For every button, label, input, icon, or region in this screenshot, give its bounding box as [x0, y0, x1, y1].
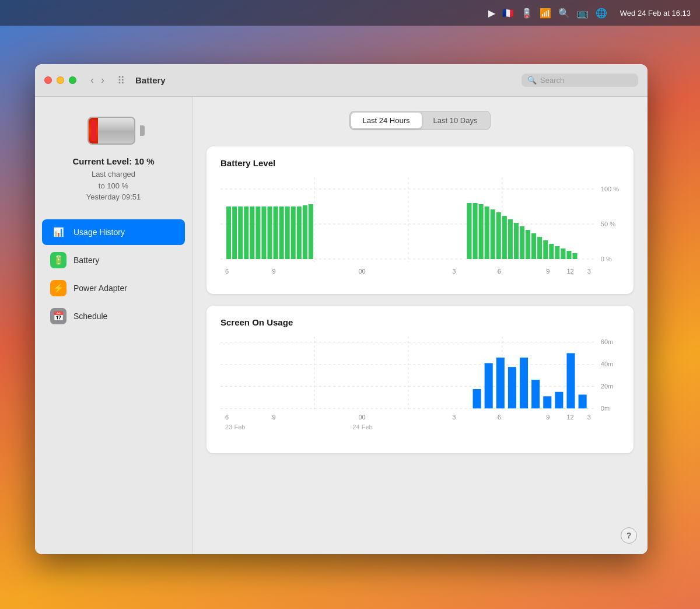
- tab-10d[interactable]: Last 10 Days: [422, 113, 489, 128]
- menubar: ▶ 🇫🇷 🪫 📶 🔍 📺 🌐 Wed 24 Feb at 16:13: [0, 0, 700, 26]
- svg-rect-41: [566, 251, 571, 259]
- svg-rect-68: [543, 396, 551, 408]
- display-icon[interactable]: 📺: [577, 8, 589, 19]
- maximize-button[interactable]: [69, 76, 76, 84]
- sidebar-item-battery[interactable]: 🔋 Battery: [42, 247, 185, 273]
- titlebar: ‹ › ⠿ Battery 🔍: [35, 64, 648, 97]
- svg-text:50 %: 50 %: [601, 220, 615, 228]
- svg-text:0 %: 0 %: [601, 256, 612, 262]
- search-icon: 🔍: [527, 76, 537, 85]
- battery-menu-icon[interactable]: 🪫: [521, 8, 533, 19]
- battery-chart-container: 100 % 50 % 0 %: [220, 177, 620, 282]
- svg-rect-71: [579, 394, 587, 408]
- svg-rect-42: [573, 253, 578, 259]
- search-menu-icon[interactable]: 🔍: [558, 8, 570, 19]
- svg-rect-18: [279, 206, 284, 259]
- search-bar[interactable]: 🔍: [522, 74, 638, 87]
- svg-rect-11: [238, 206, 243, 259]
- svg-rect-36: [537, 237, 542, 259]
- wifi-icon[interactable]: 📶: [540, 8, 551, 19]
- svg-rect-31: [508, 219, 513, 259]
- svg-text:9: 9: [272, 268, 276, 275]
- usage-history-icon: 📊: [50, 224, 66, 240]
- battery-chart-svg: 100 % 50 % 0 %: [220, 177, 620, 282]
- svg-rect-34: [526, 230, 530, 259]
- nav-buttons: ‹ ›: [88, 73, 107, 88]
- last-charged-label: Last charged to 100 % Yesterday 09:51: [72, 169, 154, 203]
- svg-text:23 Feb: 23 Feb: [225, 424, 245, 430]
- battery-tip: [140, 125, 145, 136]
- svg-text:6: 6: [225, 414, 229, 421]
- svg-text:9: 9: [546, 268, 550, 275]
- window-title: Battery: [135, 75, 514, 85]
- svg-text:12: 12: [566, 268, 573, 275]
- svg-rect-37: [543, 240, 548, 259]
- svg-rect-15: [261, 206, 266, 259]
- svg-rect-39: [555, 246, 559, 259]
- svg-rect-64: [496, 358, 505, 408]
- sidebar-item-power-adapter[interactable]: ⚡ Power Adapter: [42, 275, 185, 301]
- svg-text:3: 3: [452, 268, 456, 275]
- svg-rect-40: [561, 249, 565, 259]
- svg-rect-33: [520, 226, 524, 259]
- battery-icon-container: [88, 117, 140, 145]
- battery-fill: [91, 120, 96, 141]
- svg-text:3: 3: [587, 414, 591, 421]
- svg-text:20m: 20m: [601, 383, 614, 390]
- svg-rect-65: [508, 367, 516, 408]
- svg-rect-24: [467, 203, 471, 259]
- svg-rect-12: [244, 206, 249, 259]
- sidebar-item-usage-history[interactable]: 📊 Usage History: [42, 219, 185, 245]
- svg-rect-70: [566, 353, 575, 408]
- power-adapter-label: Power Adapter: [74, 284, 127, 293]
- back-button[interactable]: ‹: [88, 73, 96, 88]
- svg-rect-23: [309, 204, 313, 259]
- system-preferences-window: ‹ › ⠿ Battery 🔍: [35, 64, 648, 554]
- svg-text:12: 12: [566, 414, 573, 421]
- svg-rect-17: [274, 206, 278, 259]
- play-icon[interactable]: ▶: [488, 8, 495, 19]
- tab-switcher: Last 24 Hours Last 10 Days: [206, 111, 634, 130]
- svg-rect-67: [531, 380, 540, 408]
- schedule-label: Schedule: [74, 312, 107, 321]
- tab-24h[interactable]: Last 24 Hours: [351, 113, 422, 128]
- svg-text:3: 3: [452, 414, 456, 421]
- svg-rect-69: [555, 392, 563, 408]
- svg-rect-38: [549, 244, 554, 259]
- close-button[interactable]: [44, 76, 52, 84]
- svg-rect-20: [291, 206, 296, 259]
- battery-status: Current Level: 10 % Last charged to 100 …: [72, 156, 154, 203]
- usage-chart-svg: 60m 40m 20m 0m: [220, 337, 620, 442]
- svg-rect-63: [485, 363, 493, 408]
- search-input[interactable]: [540, 76, 632, 85]
- svg-text:0m: 0m: [601, 405, 610, 412]
- battery-visual: [88, 117, 140, 145]
- airdrop-icon[interactable]: 🌐: [596, 8, 607, 19]
- schedule-icon: 📅: [50, 308, 66, 324]
- svg-rect-21: [297, 206, 302, 259]
- svg-rect-32: [514, 223, 519, 259]
- flag-icon[interactable]: 🇫🇷: [502, 8, 514, 19]
- svg-rect-26: [479, 204, 484, 259]
- traffic-lights: [44, 76, 76, 84]
- minimize-button[interactable]: [57, 76, 64, 84]
- svg-rect-62: [473, 389, 481, 408]
- menubar-time: Wed 24 Feb at 16:13: [620, 9, 691, 18]
- svg-rect-30: [502, 216, 507, 259]
- svg-rect-27: [485, 206, 489, 259]
- battery-body: [88, 117, 135, 145]
- current-level-label: Current Level: 10 %: [72, 156, 154, 166]
- help-button[interactable]: ?: [621, 527, 637, 544]
- svg-text:6: 6: [498, 414, 501, 421]
- usage-chart-container: 60m 40m 20m 0m: [220, 337, 620, 442]
- svg-text:9: 9: [272, 414, 276, 421]
- menubar-icons: ▶ 🇫🇷 🪫 📶 🔍 📺 🌐: [488, 8, 607, 19]
- forward-button[interactable]: ›: [99, 73, 107, 88]
- tab-group: Last 24 Hours Last 10 Days: [349, 111, 491, 130]
- svg-text:40m: 40m: [601, 360, 614, 368]
- svg-rect-28: [491, 209, 495, 259]
- sidebar-item-schedule[interactable]: 📅 Schedule: [42, 303, 185, 329]
- screen-usage-chart-card: Screen On Usage 60m 40m 20m 0m: [206, 306, 634, 453]
- svg-text:24 Feb: 24 Feb: [352, 424, 372, 430]
- grid-button[interactable]: ⠿: [114, 73, 128, 88]
